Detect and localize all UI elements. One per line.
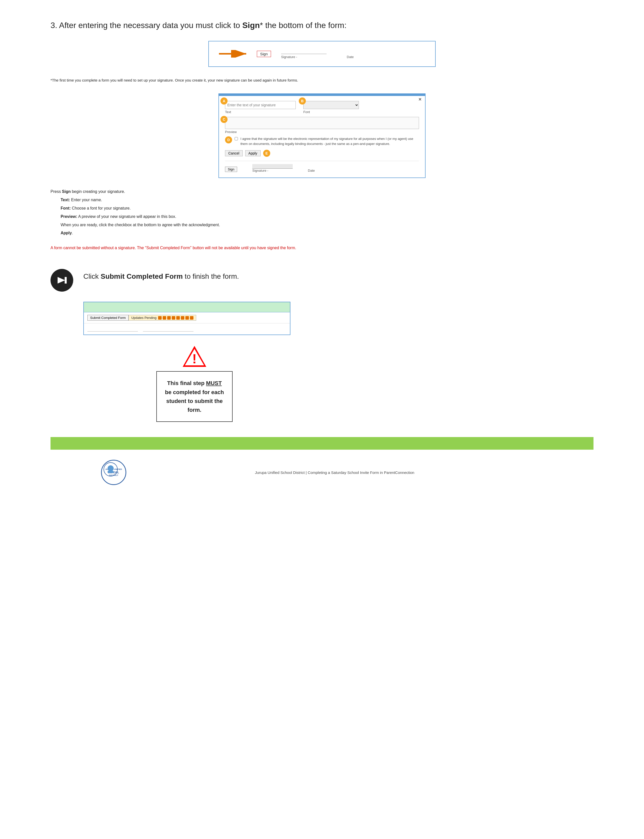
warning-text: A form cannot be submitted without a sig… <box>51 245 581 251</box>
inst-item-d: When you are ready, click the checkbox a… <box>61 222 593 229</box>
dialog-signature-line: Signature - <box>252 164 293 172</box>
badge-c: C <box>220 116 228 123</box>
signature-underline <box>281 49 327 54</box>
svg-rect-3 <box>65 277 67 284</box>
updates-pending-label: Updates Pending <box>131 316 156 320</box>
step3-heading-bold: Sign <box>242 21 260 30</box>
dialog-row-ab: A Text B Font <box>225 101 419 114</box>
dialog-sig-underline <box>252 164 293 169</box>
agree-checkbox[interactable] <box>235 137 238 140</box>
submit-arrow-circle <box>51 269 73 292</box>
pending-dot-2 <box>163 316 166 320</box>
badge-b: B <box>299 97 306 105</box>
svg-rect-9 <box>108 471 113 473</box>
footer-logo: JURUPA UNIFIED SCHOOL DISTRICT <box>101 460 126 485</box>
dialog-actions: Cancel Apply E <box>225 150 419 157</box>
svg-text:!: ! <box>192 351 197 366</box>
footer-logo-text: JURUPA UNIFIED SCHOOL DISTRICT <box>105 468 122 477</box>
submit-form-line-1 <box>87 327 138 332</box>
sign-button-dialog[interactable]: Sign <box>225 167 237 172</box>
step3-heading: 3. After entering the necessary data you… <box>51 20 593 31</box>
pending-dot-8 <box>190 316 194 320</box>
preview-row: C <box>225 117 419 129</box>
submit-form-buttons: Submit Completed Form Updates Pending <box>84 312 290 323</box>
badge-d: D <box>225 136 232 143</box>
text-field-group: A Text <box>225 101 296 114</box>
final-step-text: This final step MUST be completed for ea… <box>165 380 224 413</box>
svg-point-8 <box>108 465 113 471</box>
final-step-must: MUST <box>206 380 222 386</box>
pending-dot-6 <box>181 316 184 320</box>
submit-form-bottom <box>84 323 290 335</box>
final-step-line2: be completed for each <box>165 389 224 396</box>
press-sign-suffix: begin creating your signature. <box>71 189 125 194</box>
dialog-body: A Text B Font C Preview <box>219 96 425 177</box>
inst-item-b: Font: Choose a font for your signature. <box>61 205 593 212</box>
inst-item-a: Text: Enter your name. <box>61 197 593 204</box>
font-field-group: B Font <box>303 101 359 114</box>
inst-item-e: Apply. <box>61 230 593 237</box>
pending-dot-5 <box>176 316 180 320</box>
pending-dot-7 <box>186 316 189 320</box>
submit-form-top-bar <box>84 302 290 312</box>
signature-field-demo: Signature - <box>281 49 327 59</box>
pending-dot-4 <box>172 316 175 320</box>
step3-heading-suffix: * the bottom of the form: <box>260 21 347 30</box>
sign-demo-fields: Signature - Date <box>281 49 353 59</box>
submit-heading-bold: Submit Completed Form <box>100 273 182 280</box>
sign-button-demo[interactable]: Sign <box>257 51 271 57</box>
page: 3. After entering the necessary data you… <box>0 0 644 839</box>
footer: JURUPA UNIFIED SCHOOL DISTRICT Jurupa Un… <box>51 450 593 493</box>
pending-dot-3 <box>167 316 171 320</box>
press-sign-bold: Sign <box>62 189 71 194</box>
submit-form-demo: Submit Completed Form Updates Pending <box>83 302 291 335</box>
agree-row: D I agree that the signature will be the… <box>225 136 419 146</box>
sign-demo-box: Sign Signature - Date <box>209 41 435 67</box>
pending-dots <box>158 316 194 320</box>
signature-text-input[interactable] <box>225 101 296 109</box>
svg-marker-2 <box>58 277 65 284</box>
submit-form-line-2 <box>143 327 194 332</box>
dialog-sig-label: Signature - <box>252 169 293 172</box>
note-text: *The first time you complete a form you … <box>51 77 581 84</box>
updates-pending-button[interactable]: Updates Pending <box>128 315 196 321</box>
press-sign-para: Press Sign begin creating your signature… <box>51 188 593 195</box>
submit-section: Click Submit Completed Form to finish th… <box>51 266 593 292</box>
final-step-line1: This final step <box>167 380 206 386</box>
signature-preview-area <box>225 117 419 129</box>
step3-heading-prefix: 3. After entering the necessary data you… <box>51 21 242 30</box>
warning-triangle: ! <box>182 345 207 369</box>
cancel-button[interactable]: Cancel <box>225 150 243 156</box>
footer-green-bar <box>51 437 593 450</box>
inst-bold-e: Apply <box>61 231 72 235</box>
sign-arrow <box>219 50 249 57</box>
inst-bold-a: Text: <box>61 198 70 202</box>
instructions-list: Text: Enter your name. Font: Choose a fo… <box>61 197 593 237</box>
press-sign-prefix: Press <box>51 189 62 194</box>
submit-heading-prefix: Click <box>83 273 100 280</box>
dialog-date-label: Date <box>308 169 315 172</box>
signature-label-demo: Signature - <box>281 55 297 59</box>
sig-dialog: × A Text B Font C <box>219 94 426 178</box>
instructions: Press Sign begin creating your signature… <box>51 188 593 237</box>
badge-e: E <box>263 150 270 157</box>
final-step-wrapper: ! This final step MUST be completed for … <box>139 345 250 422</box>
pending-dot-1 <box>158 316 162 320</box>
text-label: Text <box>225 110 296 114</box>
preview-label: Preview <box>225 130 419 134</box>
apply-button[interactable]: Apply <box>245 150 261 156</box>
close-icon[interactable]: × <box>419 97 422 102</box>
inst-item-c: Preview: A preview of your new signature… <box>61 213 593 220</box>
font-select[interactable] <box>303 101 359 109</box>
dialog-sign-row: Sign Signature - Date <box>225 161 419 172</box>
date-label-demo: Date <box>347 55 353 59</box>
inst-bold-b: Font: <box>61 206 71 210</box>
inst-bold-c: Preview: <box>61 214 77 218</box>
final-step-line4: form. <box>187 407 201 413</box>
submit-heading: Click Submit Completed Form to finish th… <box>83 266 239 281</box>
submit-completed-form-button[interactable]: Submit Completed Form <box>87 315 128 321</box>
font-label: Font <box>303 110 359 114</box>
final-step-line3: student to submit the <box>166 398 223 404</box>
badge-a: A <box>220 97 228 105</box>
final-step-box: This final step MUST be completed for ea… <box>156 371 233 422</box>
